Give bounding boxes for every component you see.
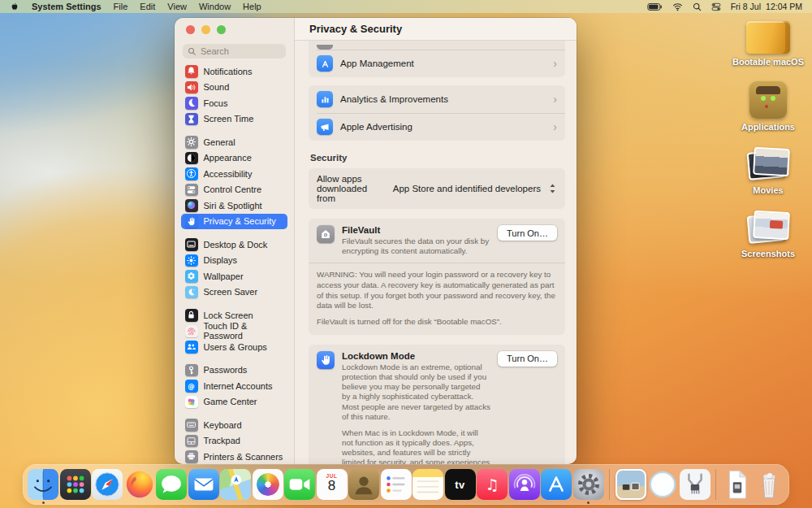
sidebar-group-gap	[181, 229, 287, 237]
dock-item-maps[interactable]	[220, 469, 251, 500]
minimize-button[interactable]	[201, 25, 210, 34]
hand-icon	[185, 215, 198, 228]
settings-row-analytics-improvements[interactable]: Analytics & Improvements›	[309, 85, 565, 113]
desktop-icon-screenshots[interactable]: Screenshots	[729, 210, 807, 258]
dock-item-podcasts[interactable]	[509, 469, 540, 500]
sidebar-item-keyboard[interactable]: Keyboard	[181, 417, 287, 433]
dock-item-facetime[interactable]	[284, 469, 315, 500]
lockdown-description-2: When Mac is in Lockdown Mode, it will no…	[342, 428, 490, 464]
dock-item-tv[interactable]: tv	[445, 469, 476, 500]
dock-item-music[interactable]: ♫	[477, 469, 508, 500]
menu-item-edit[interactable]: Edit	[140, 2, 155, 11]
control-center-icon[interactable]	[711, 2, 721, 11]
fingerprint-icon	[185, 325, 198, 338]
dock-item-mail[interactable]	[188, 469, 219, 500]
wifi-icon[interactable]	[672, 2, 683, 11]
dock-item-messages[interactable]	[156, 469, 187, 500]
sidebar-group-gap	[181, 355, 287, 363]
dock-item-notes[interactable]	[412, 469, 443, 500]
filevault-description: FileVault secures the data on your disk …	[342, 237, 490, 256]
sidebar-item-privacy-security[interactable]: Privacy & Security	[181, 214, 287, 230]
key-icon	[185, 364, 198, 377]
dock-item-launchpad[interactable]	[60, 469, 91, 500]
sidebar-item-notifications[interactable]: Notifications	[181, 63, 287, 80]
appstoreA-icon	[317, 55, 333, 72]
sidebar-item-screen-time[interactable]: Screen Time	[181, 111, 287, 128]
sidebar-item-accessibility[interactable]: Accessibility	[181, 166, 287, 182]
search-placeholder: Search	[201, 46, 229, 56]
dock-item-photos[interactable]	[253, 469, 283, 500]
desktop: System SettingsFileEditViewWindowHelp Fr…	[0, 0, 812, 508]
search-icon[interactable]	[693, 2, 702, 11]
sidebar-item-screen-saver[interactable]: Screen Saver	[181, 284, 287, 301]
sidebar-item-siri-spotlight[interactable]: Siri & Spotlight	[181, 198, 287, 214]
at-icon: @	[185, 380, 198, 393]
sidebar-group-gap	[181, 127, 287, 134]
sidebar-item-displays[interactable]: Displays	[181, 253, 287, 269]
pills-icon	[185, 184, 198, 197]
sidebar-item-label: Control Centre	[204, 185, 262, 194]
dock-item-contacts[interactable]	[348, 469, 379, 500]
battery-icon[interactable]	[647, 2, 663, 11]
dock-item-reminders[interactable]	[381, 469, 412, 500]
dock-item-stack-circle[interactable]	[647, 469, 678, 500]
settings-row-apple-advertising[interactable]: Apple Advertising›	[309, 113, 565, 141]
apple-icon[interactable]	[10, 2, 19, 12]
dock-item-finder[interactable]	[28, 469, 58, 500]
sidebar-item-focus[interactable]: Focus	[181, 95, 287, 111]
dock-item-utility-tool[interactable]	[680, 469, 710, 500]
desktop-icon-bootable-macos[interactable]: Bootable macOS	[729, 21, 807, 67]
sidebar-item-control-centre[interactable]: Control Centre	[181, 182, 287, 198]
zoom-button[interactable]	[217, 25, 226, 34]
menu-item-view[interactable]: View	[167, 2, 187, 11]
dock-item-safari[interactable]	[92, 469, 123, 500]
lockdown-row: Lockdown Mode Lockdown Mode is an extrem…	[309, 345, 565, 464]
sidebar-item-trackpad[interactable]: Trackpad	[181, 433, 287, 449]
dock-item-settings[interactable]	[573, 469, 604, 500]
sidebar-item-internet-accounts[interactable]: @Internet Accounts	[181, 378, 287, 394]
row-label: App Management	[340, 59, 546, 68]
dock-item-appstore[interactable]	[541, 469, 572, 500]
printer-icon	[185, 450, 198, 463]
tv-logo-label: tv	[455, 479, 465, 491]
sidebar-item-desktop-dock[interactable]: Desktop & Dock	[181, 237, 287, 253]
sidebar-item-touch-id-password[interactable]: Touch ID & Password	[181, 323, 287, 340]
menu-clock[interactable]: Fri 8 Jul12:04 PM	[731, 2, 802, 11]
menu-item-help[interactable]: Help	[243, 2, 261, 11]
sidebar-item-sound[interactable]: Sound	[181, 80, 287, 96]
filevault-turn-on-button[interactable]: Turn On…	[498, 225, 557, 241]
row-label: Analytics & Improvements	[340, 94, 546, 104]
sidebar-item-label: Internet Accounts	[204, 381, 273, 391]
dock-item-trash[interactable]	[754, 469, 784, 500]
dock-item-disk-image-file[interactable]	[722, 469, 753, 500]
close-button[interactable]	[186, 25, 195, 34]
settings-row-app-management[interactable]: App Management›	[309, 50, 565, 77]
hourglass-icon	[185, 113, 198, 126]
gamecenter-icon	[185, 396, 198, 409]
megaphone-icon	[317, 119, 333, 135]
sidebar-item-passwords[interactable]: Passwords	[181, 363, 287, 379]
trackpad-icon	[185, 435, 198, 448]
dock-item-stack-photos[interactable]	[615, 469, 646, 500]
sidebar-item-label: Desktop & Dock	[204, 240, 268, 250]
desktop-icon-movies[interactable]: Movies	[729, 146, 807, 195]
sidebar-item-label: Game Center	[204, 397, 257, 406]
allow-apps-select-value[interactable]: App Store and identified developers	[393, 184, 541, 193]
menu-item-window[interactable]: Window	[199, 2, 231, 11]
menu-item-file[interactable]: File	[114, 2, 128, 11]
sidebar-item-printers-scanners[interactable]: Printers & Scanners	[181, 449, 287, 464]
lockdown-turn-on-button[interactable]: Turn On…	[498, 351, 557, 367]
settings-scroll-area[interactable]: App Management›Analytics & Improvements›…	[295, 41, 577, 464]
search-input[interactable]: Search	[183, 44, 286, 59]
sidebar-item-appearance[interactable]: Appearance	[181, 150, 287, 167]
movies-stack-icon	[746, 146, 790, 182]
sidebar-item-game-center[interactable]: Game Center	[181, 394, 287, 410]
sidebar-item-general[interactable]: General	[181, 134, 287, 150]
desktop-icon-applications[interactable]: Applications	[729, 81, 807, 132]
menu-app-name[interactable]: System Settings	[32, 2, 102, 11]
dock-item-firefox[interactable]	[124, 469, 155, 500]
select-stepper-icon[interactable]	[548, 183, 557, 194]
dock-item-calendar[interactable]: JUL8	[317, 469, 348, 500]
sidebar-item-users-groups[interactable]: Users & Groups	[181, 339, 287, 355]
sidebar-item-wallpaper[interactable]: Wallpaper	[181, 268, 287, 284]
